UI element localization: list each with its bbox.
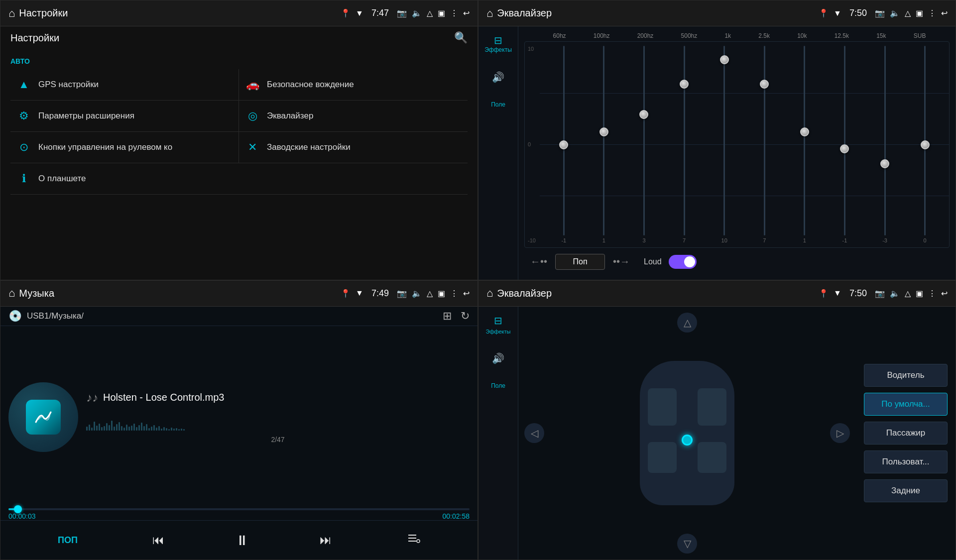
steering-item[interactable]: ⊙ Кнопки управления на рулевом ко — [10, 132, 239, 163]
rear-btn[interactable]: Задние — [864, 479, 948, 502]
music-path: USB1/Музыка/ — [27, 311, 434, 321]
eq-slider-3[interactable]: 3 — [624, 46, 664, 243]
music-list-btn[interactable]: ⊞ — [443, 310, 452, 323]
sf-home-icon[interactable]: ⌂ — [486, 287, 493, 300]
prev-btn[interactable]: ⏮ — [148, 529, 168, 551]
eq-knob-6[interactable] — [760, 80, 769, 89]
music-menu-icon[interactable]: ⋮ — [450, 289, 458, 298]
sf-volume-item[interactable]: 🔊 — [489, 349, 507, 367]
home-icon[interactable]: ⌂ — [8, 7, 15, 20]
car-down-btn[interactable]: ▽ — [677, 534, 697, 554]
search-button[interactable]: 🔍 — [454, 31, 468, 44]
params-label: Параметры расширения — [38, 111, 134, 121]
eq-knob-2[interactable] — [599, 127, 608, 136]
freq-15k: 15k — [876, 32, 886, 39]
eq-top-title: Эквалайзер — [497, 7, 815, 19]
eq-top-time: 7:50 — [849, 8, 867, 18]
custom-btn[interactable]: Пользоват... — [864, 450, 948, 473]
eq-knob-4[interactable] — [680, 80, 689, 89]
about-label: О планшете — [38, 174, 86, 184]
safe-driving-label: Безопасное вождение — [267, 80, 354, 90]
back-icon[interactable]: ↩ — [463, 8, 470, 18]
section-label: АВТО — [10, 57, 468, 65]
about-item[interactable]: ℹ О планшете — [10, 163, 468, 195]
sf-field-item[interactable]: Поле — [488, 379, 508, 392]
music-repeat-btn[interactable]: ↻ — [461, 310, 470, 323]
eq-slider-2[interactable]: 1 — [584, 46, 624, 243]
eq-preset-button[interactable]: Поп — [555, 254, 605, 270]
eq-settings-item[interactable]: ◎ Эквалайзер — [239, 101, 468, 132]
eq-next-button[interactable]: ••→ — [609, 254, 634, 269]
location-icon: 📍 — [341, 8, 351, 18]
eq-slider-6[interactable]: 7 — [744, 46, 785, 243]
sf-menu-icon[interactable]: ⋮ — [928, 289, 936, 298]
factory-item[interactable]: ✕ Заводские настройки — [239, 132, 468, 163]
screen-icon: ▣ — [438, 8, 445, 18]
eq-knob-7[interactable] — [800, 127, 809, 136]
eq-screen-icon: ▣ — [916, 8, 923, 18]
eq-slider-5[interactable]: 10 — [704, 46, 744, 243]
progress-fill — [8, 508, 18, 510]
default-btn[interactable]: По умолча... — [864, 393, 948, 416]
menu-icon[interactable]: ⋮ — [450, 8, 458, 18]
settings-panel: ⌂ Настройки 📍 ▼ 7:47 📷 🔈 △ ▣ ⋮ ↩ Настрой… — [0, 0, 478, 280]
eq-knob-8[interactable] — [840, 144, 849, 153]
driver-btn[interactable]: Водитель — [864, 364, 948, 387]
eq-back-icon[interactable]: ↩ — [941, 8, 948, 18]
eq-slider-8[interactable]: -1 — [825, 46, 865, 243]
playlist-btn[interactable] — [402, 528, 424, 553]
eq-prev-button[interactable]: ←•• — [526, 254, 551, 269]
eq-knob-3[interactable] — [639, 110, 648, 119]
progress-track[interactable] — [8, 508, 470, 510]
eq-slider-4[interactable]: 7 — [664, 46, 705, 243]
sf-back-icon[interactable]: ↩ — [941, 289, 948, 298]
sf-effects-item[interactable]: ⊟ Эффекты — [482, 312, 513, 337]
freq-200hz: 200hz — [637, 32, 654, 39]
eq-knob-10[interactable] — [921, 140, 930, 149]
car-left-btn[interactable]: ◁ — [524, 423, 544, 443]
progress-times: 00:00:03 00:02:58 — [8, 512, 470, 520]
next-btn[interactable]: ⏭ — [316, 529, 336, 551]
gps-settings-item[interactable]: ▲ GPS настройки — [10, 69, 239, 101]
music-home-icon[interactable]: ⌂ — [8, 287, 15, 300]
sf-field-label: Поле — [491, 382, 505, 389]
eq-knob-5[interactable] — [720, 55, 729, 64]
eq-slider-1[interactable]: -1 — [544, 46, 584, 243]
eq-knob-9[interactable] — [880, 159, 889, 168]
settings-header-title: Настройки — [10, 32, 454, 44]
eq-slider-9[interactable]: -3 — [865, 46, 905, 243]
eq-slider-7[interactable]: 1 — [785, 46, 825, 243]
sf-location-icon: 📍 — [819, 289, 829, 298]
params-item[interactable]: ⚙ Параметры расширения — [10, 101, 239, 132]
field-sidebar-item[interactable]: Поле — [488, 98, 508, 111]
effects-label: Эффекты — [484, 46, 512, 53]
music-note-icon: ♪♪ — [86, 391, 98, 405]
music-wifi-icon: ▼ — [356, 289, 363, 298]
seat-rear-right — [698, 442, 726, 473]
genre-btn[interactable]: ПОП — [54, 531, 82, 550]
freq-100hz: 100hz — [594, 32, 610, 39]
music-back-icon[interactable]: ↩ — [463, 289, 470, 298]
progress-knob[interactable] — [14, 505, 22, 513]
passenger-btn[interactable]: Пассажир — [864, 422, 948, 445]
safe-driving-item[interactable]: 🚗 Безопасное вождение — [239, 69, 468, 101]
car-up-btn[interactable]: △ — [677, 313, 697, 333]
music-panel: ⌂ Музыка 📍 ▼ 7:49 📷 🔈 △ ▣ ⋮ ↩ 💿 USB1/Муз… — [0, 280, 478, 560]
db-labels: 10 0 -10 — [528, 46, 536, 243]
eq-slider-10[interactable]: 0 — [905, 46, 945, 243]
effects-sidebar-item[interactable]: ⊟ Эффекты — [481, 31, 515, 56]
eq-knob-1[interactable] — [559, 140, 568, 149]
factory-icon: ✕ — [245, 141, 260, 154]
loud-toggle[interactable] — [669, 255, 697, 269]
eq-bars-container: 10 0 -10 — [524, 41, 950, 248]
eq-top-main: 60hz 100hz 200hz 500hz 1k 2.5k 10k 12.5k… — [518, 26, 956, 280]
volume-sidebar-item[interactable]: 🔊 — [489, 68, 507, 86]
eq-bottom-bar: ←•• Поп ••→ Loud — [524, 248, 950, 276]
eq-home-icon[interactable]: ⌂ — [486, 7, 493, 20]
car-right-btn[interactable]: ▷ — [830, 423, 850, 443]
eq-menu-icon[interactable]: ⋮ — [928, 8, 936, 18]
music-status-bar: ⌂ Музыка 📍 ▼ 7:49 📷 🔈 △ ▣ ⋮ ↩ — [0, 281, 478, 307]
freq-labels: 60hz 100hz 200hz 500hz 1k 2.5k 10k 12.5k… — [524, 30, 950, 41]
freq-60hz: 60hz — [553, 32, 566, 39]
play-pause-btn[interactable]: ⏸ — [235, 532, 249, 549]
